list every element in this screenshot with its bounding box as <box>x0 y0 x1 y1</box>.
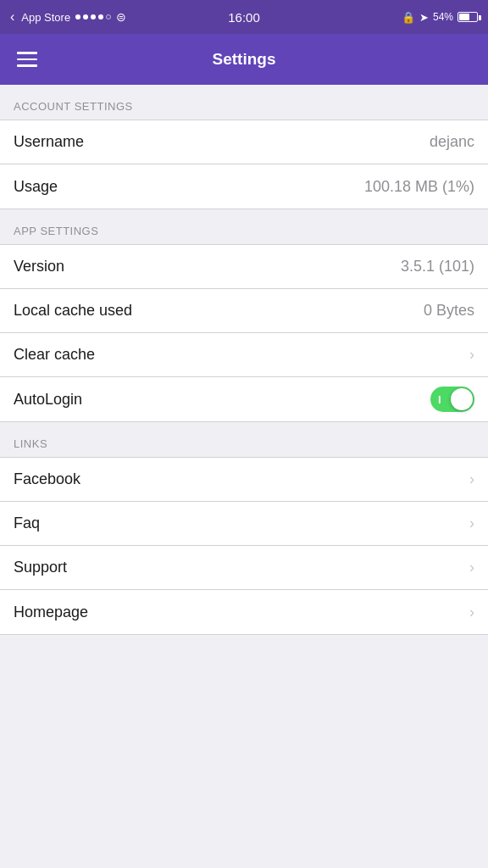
row-label-version: Version <box>14 258 64 275</box>
settings-row-local-cache-used: Local cache used0 Bytes <box>0 289 488 333</box>
section-header-app-settings: APP SETTINGS <box>0 209 488 244</box>
page-title: Settings <box>213 50 276 69</box>
row-value-username: dejanc <box>430 133 474 151</box>
navbar: Settings <box>0 34 488 85</box>
back-chevron-icon: ‹ <box>10 9 14 25</box>
settings-row-homepage[interactable]: Homepage› <box>0 590 488 634</box>
settings-row-faq[interactable]: Faq› <box>0 502 488 546</box>
settings-group-links: Facebook›Faq›Support›Homepage› <box>0 457 488 635</box>
row-label-local-cache-used: Local cache used <box>14 302 132 320</box>
signal-icon <box>75 14 111 19</box>
row-label-faq: Faq <box>14 515 40 532</box>
row-right-username: dejanc <box>430 133 474 151</box>
row-value-version: 3.5.1 (101) <box>401 258 474 275</box>
row-right-clear-cache: › <box>469 346 474 364</box>
settings-row-facebook[interactable]: Facebook› <box>0 458 488 502</box>
hamburger-icon <box>17 64 37 67</box>
settings-group-app-settings: Version3.5.1 (101)Local cache used0 Byte… <box>0 244 488 422</box>
chevron-right-icon: › <box>469 559 474 576</box>
carrier-label: App Store <box>21 11 70 24</box>
row-right-version: 3.5.1 (101) <box>401 258 474 275</box>
battery-icon <box>458 12 478 22</box>
row-right-usage: 100.18 MB (1%) <box>364 178 474 196</box>
location-icon: ➤ <box>419 11 429 24</box>
row-label-homepage: Homepage <box>14 604 88 621</box>
row-label-support: Support <box>14 559 67 576</box>
section-header-account-settings: ACCOUNT SETTINGS <box>0 85 488 120</box>
row-label-usage: Usage <box>14 178 58 196</box>
settings-row-autologin[interactable]: AutoLoginI <box>0 377 488 421</box>
row-value-local-cache-used: 0 Bytes <box>424 302 474 320</box>
settings-group-account-settings: UsernamedejancUsage100.18 MB (1%) <box>0 120 488 209</box>
battery-label: 54% <box>433 11 453 23</box>
status-left: ‹ App Store ⊜ <box>10 9 126 25</box>
status-time: 16:00 <box>228 10 260 25</box>
menu-button[interactable] <box>14 48 41 70</box>
settings-row-version: Version3.5.1 (101) <box>0 245 488 289</box>
hamburger-icon <box>17 58 37 61</box>
row-label-autologin: AutoLogin <box>14 391 82 409</box>
wifi-icon: ⊜ <box>116 10 126 24</box>
hamburger-icon <box>17 52 37 54</box>
status-bar: ‹ App Store ⊜ 16:00 🔒 ➤ 54% <box>0 0 488 34</box>
settings-row-clear-cache[interactable]: Clear cache› <box>0 333 488 377</box>
row-right-autologin: I <box>430 387 474 412</box>
toggle-knob <box>451 388 473 410</box>
settings-row-usage: Usage100.18 MB (1%) <box>0 164 488 209</box>
section-header-links: LINKS <box>0 422 488 457</box>
chevron-right-icon: › <box>469 515 474 532</box>
status-right: 🔒 ➤ 54% <box>402 11 478 24</box>
row-right-homepage: › <box>469 604 474 621</box>
chevron-right-icon: › <box>469 470 474 488</box>
row-right-support: › <box>469 559 474 576</box>
lock-icon: 🔒 <box>402 11 415 24</box>
toggle-on-label: I <box>438 393 441 406</box>
chevron-right-icon: › <box>469 346 474 364</box>
toggle-autologin[interactable]: I <box>430 387 474 412</box>
row-value-usage: 100.18 MB (1%) <box>364 178 474 196</box>
row-right-facebook: › <box>469 470 474 488</box>
row-label-clear-cache: Clear cache <box>14 346 95 364</box>
row-label-username: Username <box>14 133 84 151</box>
row-right-faq: › <box>469 515 474 532</box>
settings-row-support[interactable]: Support› <box>0 546 488 590</box>
row-right-local-cache-used: 0 Bytes <box>424 302 474 320</box>
chevron-right-icon: › <box>469 604 474 621</box>
row-label-facebook: Facebook <box>14 470 80 488</box>
settings-row-username: Usernamedejanc <box>0 120 488 164</box>
